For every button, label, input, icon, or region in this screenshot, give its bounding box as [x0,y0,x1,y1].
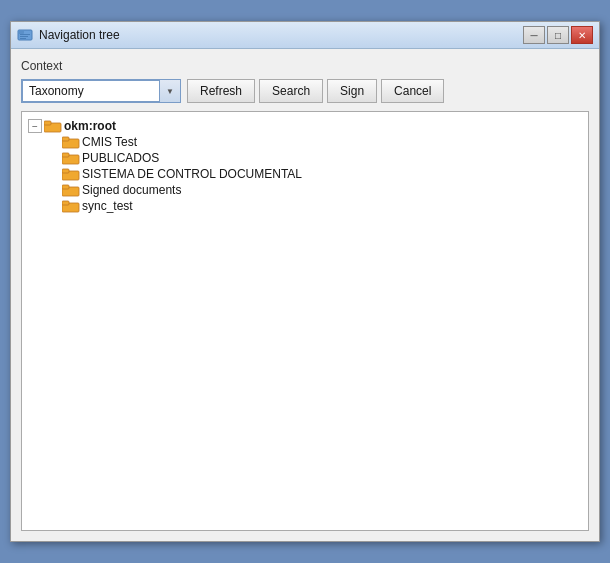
cancel-button[interactable]: Cancel [381,79,444,103]
refresh-button[interactable]: Refresh [187,79,255,103]
maximize-button[interactable]: □ [547,26,569,44]
spacer-4 [46,183,60,197]
spacer-3 [46,167,60,181]
tree-root-label: okm:root [64,119,116,133]
svg-rect-4 [20,38,26,39]
search-button[interactable]: Search [259,79,323,103]
svg-rect-10 [62,153,69,157]
tree-label-sync: sync_test [82,199,133,213]
title-bar-left: Navigation tree [17,27,120,43]
folder-icon-publicados [62,151,80,165]
close-button[interactable]: ✕ [571,26,593,44]
tree-node-sync[interactable]: sync_test [46,198,582,214]
tree-node-signed[interactable]: Signed documents [46,182,582,198]
window-icon [17,27,33,43]
tree-label-signed: Signed documents [82,183,181,197]
svg-rect-12 [62,169,69,173]
svg-rect-16 [62,201,69,205]
svg-rect-6 [44,121,51,125]
svg-rect-8 [62,137,69,141]
svg-rect-14 [62,185,69,189]
tree-children: CMIS Test PUBLICADOS [28,134,582,214]
window-content: Context Taxonomy Categories Documents ▼ … [11,49,599,541]
context-label: Context [21,59,589,73]
folder-icon-sistema [62,167,80,181]
context-row: Taxonomy Categories Documents ▼ Refresh … [21,79,589,103]
spacer-2 [46,151,60,165]
svg-rect-2 [20,34,30,35]
window-title: Navigation tree [39,28,120,42]
svg-rect-3 [20,36,28,37]
context-select-wrapper: Taxonomy Categories Documents ▼ [21,79,181,103]
spacer-5 [46,199,60,213]
title-bar: Navigation tree ─ □ ✕ [11,22,599,49]
tree-label-cmis: CMIS Test [82,135,137,149]
tree-node-cmis[interactable]: CMIS Test [46,134,582,150]
folder-icon-signed [62,183,80,197]
navigation-tree-window: Navigation tree ─ □ ✕ Context Taxonomy C… [10,21,600,542]
spacer-1 [46,135,60,149]
context-select[interactable]: Taxonomy Categories Documents [21,79,181,103]
sign-button[interactable]: Sign [327,79,377,103]
svg-rect-1 [18,30,24,34]
tree-node-publicados[interactable]: PUBLICADOS [46,150,582,166]
tree-label-publicados: PUBLICADOS [82,151,159,165]
folder-icon-cmis [62,135,80,149]
title-bar-buttons: ─ □ ✕ [523,26,593,44]
tree-node-sistema[interactable]: SISTEMA DE CONTROL DOCUMENTAL [46,166,582,182]
folder-icon-sync [62,199,80,213]
tree-node-root[interactable]: − okm:root [28,118,582,134]
tree-label-sistema: SISTEMA DE CONTROL DOCUMENTAL [82,167,302,181]
minimize-button[interactable]: ─ [523,26,545,44]
tree-panel: − okm:root [21,111,589,531]
toolbar-buttons: Refresh Search Sign Cancel [187,79,444,103]
tree-toggle-root[interactable]: − [28,119,42,133]
folder-icon-root [44,119,62,133]
